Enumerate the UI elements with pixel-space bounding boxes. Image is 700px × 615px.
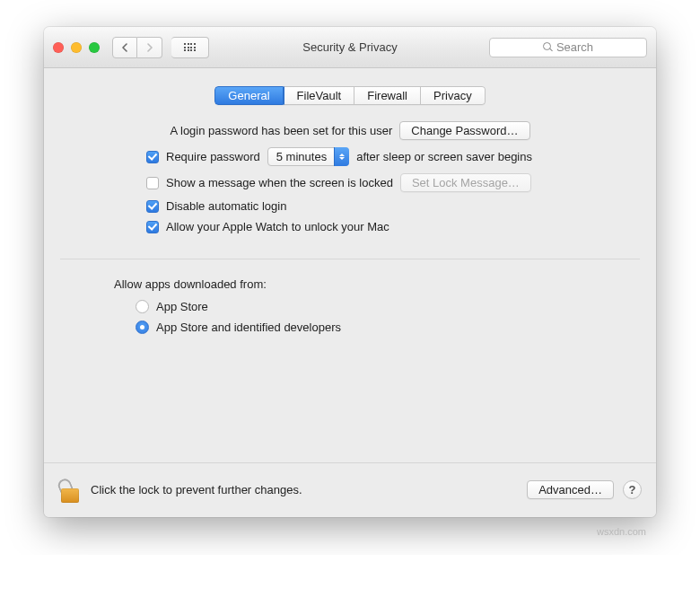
- radio-app-store[interactable]: [136, 300, 149, 313]
- radio-label: App Store and identified developers: [156, 321, 341, 334]
- apple-watch-row: Allow your Apple Watch to unlock your Ma…: [146, 220, 640, 233]
- disable-auto-login-row: Disable automatic login: [146, 199, 640, 213]
- zoom-window-button[interactable]: [89, 42, 100, 53]
- tab-label: Firewall: [367, 89, 407, 102]
- show-all-group: [171, 37, 209, 58]
- apple-watch-checkbox[interactable]: [146, 221, 159, 233]
- tab-firewall[interactable]: Firewall: [354, 86, 421, 105]
- window-controls: [53, 42, 100, 53]
- password-set-text: A login password has been set for this u…: [170, 124, 392, 137]
- content-area: General FileVault Firewall Privacy A log…: [44, 68, 656, 462]
- chevron-left-icon: [121, 43, 128, 52]
- close-window-button[interactable]: [53, 42, 64, 53]
- tab-bar: General FileVault Firewall Privacy: [60, 86, 640, 105]
- advanced-button[interactable]: Advanced…: [527, 480, 614, 499]
- tab-label: General: [228, 89, 269, 102]
- password-set-row: A login password has been set for this u…: [60, 121, 640, 140]
- footer: Click the lock to prevent further change…: [44, 462, 656, 517]
- preferences-window: Security & Privacy Search General FileVa…: [44, 27, 656, 517]
- search-field[interactable]: Search: [489, 38, 647, 57]
- disable-auto-login-label: Disable automatic login: [166, 199, 286, 213]
- tab-filevault[interactable]: FileVault: [284, 86, 355, 105]
- lock-text: Click the lock to prevent further change…: [91, 483, 302, 496]
- popup-value: 5 minutes: [276, 150, 327, 163]
- search-icon: [543, 42, 553, 52]
- search-placeholder: Search: [556, 40, 593, 54]
- downloads-section-label: Allow apps downloaded from:: [114, 277, 640, 291]
- require-password-row: Require password 5 minutes after sleep o…: [146, 147, 640, 166]
- tab-label: FileVault: [297, 89, 342, 102]
- nav-back-forward: [112, 37, 162, 58]
- stepper-icon: [334, 147, 349, 166]
- minimize-window-button[interactable]: [71, 42, 82, 53]
- require-password-checkbox[interactable]: [146, 151, 159, 163]
- require-password-label: Require password: [166, 150, 260, 163]
- tab-privacy[interactable]: Privacy: [421, 86, 486, 105]
- show-message-checkbox[interactable]: [146, 177, 159, 189]
- change-password-button[interactable]: Change Password…: [399, 121, 529, 140]
- chevron-right-icon: [146, 43, 153, 52]
- watermark: wsxdn.com: [18, 526, 646, 537]
- titlebar: Security & Privacy Search: [44, 27, 656, 68]
- require-password-delay-popup[interactable]: 5 minutes: [267, 147, 349, 166]
- tab-label: Privacy: [433, 89, 472, 102]
- show-all-button[interactable]: [171, 37, 209, 58]
- download-option-identified: App Store and identified developers: [136, 321, 640, 334]
- set-lock-message-button[interactable]: Set Lock Message…: [400, 173, 531, 192]
- show-message-label: Show a message when the screen is locked: [166, 176, 393, 189]
- divider: [60, 259, 640, 259]
- apple-watch-label: Allow your Apple Watch to unlock your Ma…: [166, 220, 389, 233]
- help-button[interactable]: ?: [623, 480, 642, 499]
- tab-general[interactable]: General: [214, 86, 283, 105]
- show-message-row: Show a message when the screen is locked…: [146, 173, 640, 192]
- disable-auto-login-checkbox[interactable]: [146, 200, 159, 213]
- radio-label: App Store: [156, 300, 208, 313]
- grid-icon: [184, 43, 196, 51]
- download-option-appstore: App Store: [136, 300, 640, 313]
- radio-identified-developers[interactable]: [136, 321, 149, 334]
- back-button[interactable]: [112, 37, 137, 58]
- lock-icon[interactable]: [58, 476, 82, 503]
- require-password-suffix: after sleep or screen saver begins: [356, 150, 532, 163]
- forward-button[interactable]: [137, 37, 162, 58]
